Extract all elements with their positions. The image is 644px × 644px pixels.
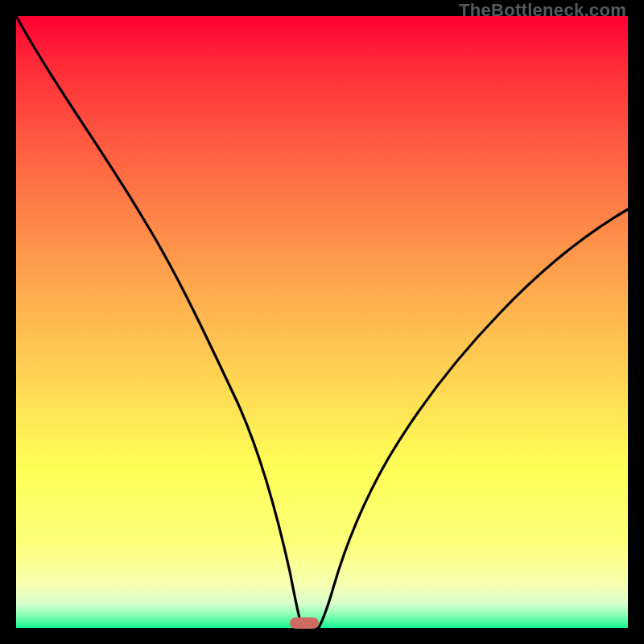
- optimal-marker: [290, 617, 319, 629]
- chart-frame: TheBottleneck.com: [0, 0, 644, 644]
- curve-layer: [16, 16, 628, 628]
- bottleneck-curve: [16, 16, 628, 628]
- plot-area: [16, 16, 628, 628]
